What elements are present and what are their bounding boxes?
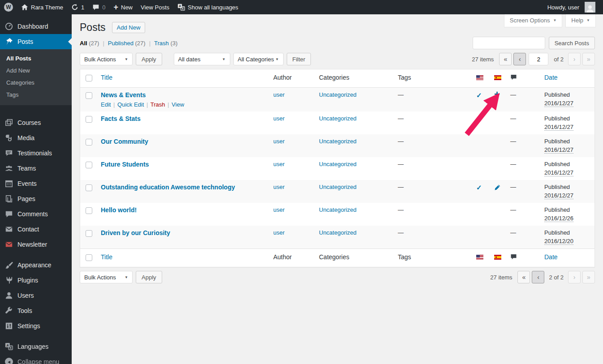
category-link[interactable]: Uncategorized (319, 115, 357, 122)
view-trash-link[interactable]: Trash (3) (154, 40, 177, 47)
post-title-link[interactable]: Future Students (101, 161, 149, 168)
row-checkbox[interactable] (86, 92, 92, 99)
sidebar-item-testimonials[interactable]: Testimonials (0, 146, 72, 161)
search-input[interactable] (473, 37, 545, 49)
sidebar-item-label: Appearance (17, 261, 52, 269)
sidebar-item-newsletter[interactable]: Newsletter (0, 237, 72, 252)
prev-page-button[interactable]: ‹ (513, 53, 526, 65)
author-link[interactable]: user (273, 161, 284, 167)
row-checkbox[interactable] (86, 116, 92, 123)
comments-menu[interactable]: 0 (88, 0, 109, 14)
sort-date-header[interactable]: Date (544, 74, 558, 81)
category-link[interactable]: Uncategorized (319, 138, 357, 145)
author-link[interactable]: user (273, 206, 284, 213)
category-link[interactable]: Uncategorized (319, 161, 357, 167)
submenu-add-new[interactable]: Add New (0, 64, 72, 77)
sort-title-footer[interactable]: Title (101, 253, 112, 261)
collapse-menu-button[interactable]: ◀ Collapse menu (0, 354, 72, 364)
category-link[interactable]: Uncategorized (319, 184, 357, 190)
last-page-button[interactable]: » (582, 271, 595, 283)
next-page-button[interactable]: › (568, 271, 581, 283)
show-all-languages-menu[interactable]: A Show all languages (173, 0, 242, 14)
sidebar-item-teams[interactable]: Teams (0, 161, 72, 176)
post-title-link[interactable]: Our Community (101, 138, 148, 145)
sidebar-item-pages[interactable]: Pages (0, 191, 72, 206)
view-link[interactable]: View (172, 101, 184, 108)
updates-menu[interactable]: 1 (67, 0, 88, 14)
date-filter-select[interactable]: All dates▼ (174, 53, 230, 65)
row-checkbox[interactable] (86, 230, 92, 237)
sidebar-item-languages[interactable]: A Languages (0, 339, 72, 354)
select-all-checkbox[interactable] (86, 75, 92, 81)
sidebar-item-media[interactable]: Media (0, 130, 72, 146)
category-filter-select[interactable]: All Categories▼ (233, 53, 284, 65)
row-checkbox[interactable] (86, 162, 92, 168)
post-title-link[interactable]: News & Events (101, 91, 146, 98)
sort-date-footer[interactable]: Date (544, 253, 558, 261)
wordpress-logo-menu[interactable]: W (0, 0, 17, 14)
author-link[interactable]: user (273, 115, 284, 122)
posts-table: Title Author Categories Tags Date News &… (80, 69, 595, 267)
submenu-categories[interactable]: Categories (0, 77, 72, 89)
search-posts-button[interactable]: Search Posts (549, 37, 595, 49)
post-title-link[interactable]: Driven by our Curiosity (101, 229, 170, 236)
category-link[interactable]: Uncategorized (319, 91, 357, 98)
account-menu[interactable]: Howdy, user (543, 0, 599, 14)
view-posts-link[interactable]: View Posts (137, 0, 173, 14)
view-all-link[interactable]: All (27) (80, 40, 99, 47)
author-link[interactable]: user (273, 91, 284, 98)
sidebar-item-tools[interactable]: Tools (0, 303, 72, 318)
row-checkbox[interactable] (86, 184, 92, 191)
current-page-input[interactable] (529, 53, 548, 65)
sidebar-item-events[interactable]: Events (0, 176, 72, 191)
author-link[interactable]: user (273, 229, 284, 236)
edit-translation-icon[interactable] (494, 184, 501, 191)
first-page-button[interactable]: « (517, 271, 530, 283)
post-title-link[interactable]: Hello world! (101, 206, 137, 214)
view-published-link[interactable]: Published (27) (108, 40, 146, 47)
author-link[interactable]: user (273, 138, 284, 145)
edit-link[interactable]: Edit (101, 101, 111, 108)
add-translation-icon[interactable]: + (494, 91, 500, 98)
filter-button[interactable]: Filter (287, 53, 311, 65)
prev-page-button[interactable]: ‹ (532, 271, 544, 283)
sidebar-item-users[interactable]: Users (0, 288, 72, 303)
row-checkbox[interactable] (86, 139, 92, 146)
post-date: 2016/12/26 (544, 215, 573, 222)
sidebar-item-plugins[interactable]: Plugins (0, 273, 72, 288)
trash-link[interactable]: Trash (151, 101, 165, 108)
submenu-tags[interactable]: Tags (0, 89, 72, 101)
select-all-checkbox[interactable] (86, 254, 92, 261)
category-link[interactable]: Uncategorized (319, 206, 357, 213)
category-link[interactable]: Uncategorized (319, 229, 357, 236)
bulk-actions-select[interactable]: Bulk Actions▼ (80, 53, 133, 65)
screen-options-button[interactable]: Screen Options ▼ (504, 14, 563, 27)
sidebar-item-dashboard[interactable]: Dashboard (0, 19, 72, 34)
bulk-actions-select-bottom[interactable]: Bulk Actions▼ (80, 271, 133, 283)
sidebar-item-courses[interactable]: Courses (0, 115, 72, 130)
sidebar-item-settings[interactable]: Settings (0, 318, 72, 334)
post-title-link[interactable]: Outstanding education Awesome technology (101, 184, 235, 191)
site-name-menu[interactable]: Rara Theme (17, 0, 67, 14)
stacked-images-icon (4, 119, 13, 127)
post-title-link[interactable]: Facts & Stats (101, 115, 141, 122)
quick-edit-link[interactable]: Quick Edit (117, 101, 144, 108)
apply-button[interactable]: Apply (136, 53, 162, 65)
chevron-down-icon: ▼ (125, 57, 128, 61)
apply-button-bottom[interactable]: Apply (136, 271, 162, 283)
categories-header: Categories (314, 69, 393, 88)
help-button[interactable]: Help ▼ (565, 14, 596, 27)
sidebar-item-contact[interactable]: Contact (0, 222, 72, 237)
sidebar-item-appearance[interactable]: Appearance (0, 257, 72, 273)
new-content-menu[interactable]: + New (109, 0, 137, 14)
next-page-button[interactable]: › (568, 53, 581, 65)
submenu-all-posts[interactable]: All Posts (0, 52, 72, 64)
last-page-button[interactable]: » (582, 53, 595, 65)
sidebar-item-comments[interactable]: Comments (0, 206, 72, 222)
sidebar-item-posts[interactable]: Posts (0, 34, 72, 49)
first-page-button[interactable]: « (499, 53, 512, 65)
author-link[interactable]: user (273, 184, 284, 190)
add-new-button[interactable]: Add New (112, 22, 146, 33)
row-checkbox[interactable] (86, 207, 92, 214)
sort-title-header[interactable]: Title (101, 74, 112, 81)
